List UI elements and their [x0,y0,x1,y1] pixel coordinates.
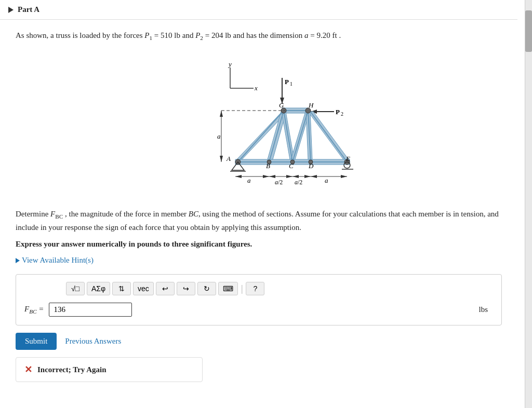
svg-marker-59 [292,175,299,178]
part-title: Part A [18,5,39,14]
hint-label: View Available Hint(s) [22,256,94,265]
scrollbar[interactable] [525,0,532,408]
input-row: FBC = lbs [24,303,493,317]
hint-link[interactable]: View Available Hint(s) [16,256,502,265]
arrows-icon: ⇅ [118,284,125,293]
sqrt-icon: √□ [71,284,79,293]
part-header: Part A [0,0,517,20]
submit-row: Submit Previous Answers [16,333,502,350]
x-icon: ✕ [24,364,32,375]
svg-line-23 [310,111,347,162]
unit-label: lbs [478,305,493,314]
undo-icon: ↩ [162,284,168,293]
svg-marker-52 [263,175,269,178]
svg-text:2: 2 [341,111,343,117]
help-btn[interactable]: ? [246,282,264,295]
svg-marker-47 [220,111,223,117]
vec-label: vec [138,284,149,293]
refresh-btn[interactable]: ↻ [197,282,216,295]
refresh-icon: ↻ [204,284,210,293]
toolbar-separator: | [241,283,243,294]
hint-triangle-icon [16,258,20,263]
svg-text:a/2: a/2 [275,179,283,186]
svg-marker-60 [304,175,311,178]
svg-text:a: a [247,176,251,184]
svg-text:H: H [308,101,314,109]
svg-marker-48 [220,156,223,162]
svg-marker-63 [311,175,317,178]
svg-text:D: D [308,162,314,170]
svg-text:G: G [279,101,284,109]
arrows-btn[interactable]: ⇅ [112,282,131,295]
svg-marker-51 [235,175,242,178]
svg-line-26 [292,111,308,162]
greek-icon: AΣφ [91,284,105,293]
svg-text:a: a [217,132,221,140]
svg-text:P: P [336,108,340,116]
collapse-icon[interactable] [8,7,14,13]
bold-instruction: Express your answer numerically in pound… [16,240,502,249]
fbc-label: FBC = [24,305,44,315]
fbc-input[interactable] [49,303,132,317]
svg-line-25 [284,111,292,162]
keyboard-btn[interactable]: ⌨ [218,282,238,295]
undo-btn[interactable]: ↩ [156,282,175,295]
answer-box: √□ AΣφ ⇅ vec ↩ ↪ [16,274,502,325]
submit-button[interactable]: Submit [16,333,57,350]
svg-text:y: y [228,60,232,68]
help-icon: ? [254,284,258,293]
greek-btn[interactable]: AΣφ [87,282,110,295]
svg-text:a/2: a/2 [295,179,302,186]
svg-text:E: E [345,155,350,162]
determine-text: Determine FBC , the magnitude of the for… [16,208,502,234]
previous-answers-link[interactable]: Previous Answers [65,337,121,346]
svg-text:C: C [289,162,294,170]
svg-text:x: x [254,84,258,92]
scrollbar-thumb[interactable] [525,10,532,52]
incorrect-box: ✕ Incorrect; Try Again [16,357,203,382]
truss-diagram: y x P 1 P 2 [150,52,368,197]
math-toolbar: √□ AΣφ ⇅ vec ↩ ↪ [66,282,493,295]
incorrect-text: Incorrect; Try Again [37,365,106,374]
diagram-container: y x P 1 P 2 [16,52,502,197]
redo-btn[interactable]: ↪ [177,282,195,295]
svg-text:1: 1 [290,81,292,87]
svg-text:A: A [226,155,231,162]
statement-text: As shown, a truss is loaded by the force… [16,31,341,39]
keyboard-icon: ⌨ [223,284,233,293]
sqrt-btn[interactable]: √□ [66,282,85,295]
svg-marker-55 [269,175,275,178]
redo-icon: ↪ [183,284,189,293]
svg-marker-56 [286,175,292,178]
vec-btn[interactable]: vec [133,282,154,295]
svg-marker-64 [341,175,347,178]
problem-statement: As shown, a truss is loaded by the force… [16,29,502,43]
svg-text:B: B [266,162,270,170]
svg-text:P: P [285,78,289,86]
svg-text:a: a [325,176,328,184]
